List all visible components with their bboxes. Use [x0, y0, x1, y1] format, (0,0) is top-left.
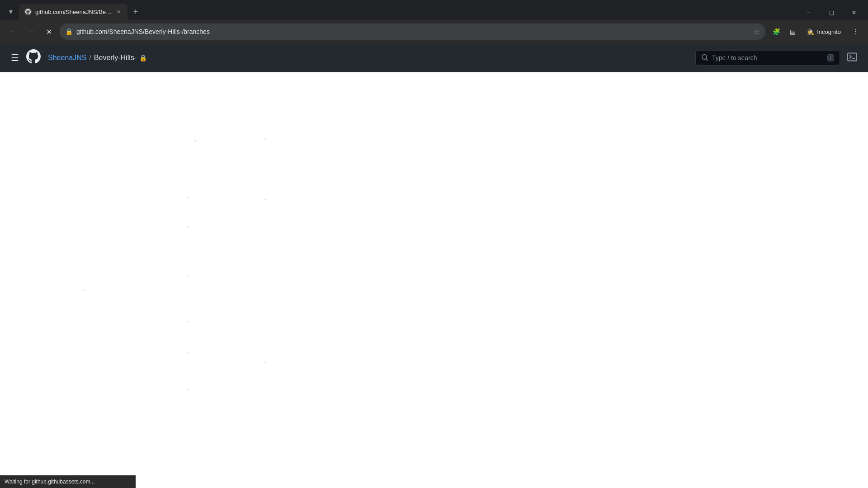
tab-favicon: [24, 8, 32, 15]
sidebar-icon: ▤: [790, 28, 796, 35]
status-bar: Waiting for github.githubassets.com...: [0, 475, 136, 488]
address-bar[interactable]: 🔒 github.com/SheenaJNS/Beverly-Hills-/br…: [60, 23, 765, 40]
search-placeholder: Type / to search: [712, 54, 824, 61]
address-lock-icon: 🔒: [65, 28, 73, 35]
back-icon: ←: [9, 28, 16, 36]
skeleton-dot: [188, 276, 189, 277]
back-btn[interactable]: ←: [5, 24, 20, 39]
hamburger-icon: ☰: [11, 52, 19, 63]
extensions-btn[interactable]: 🧩: [769, 24, 783, 39]
incognito-icon: 🕵: [807, 28, 814, 35]
new-tab-btn[interactable]: +: [129, 5, 142, 18]
skeleton-dot: [264, 138, 266, 140]
nav-actions: 🧩 ▤ 🕵 Incognito ⋮: [769, 24, 863, 39]
breadcrumb-repo: Beverly-Hills- 🔒: [94, 54, 147, 62]
tab-bar: ▼ github.com/SheenaJNS/Beverl ✕ + ─ ▢ ✕: [0, 0, 868, 20]
kbd-slash: /: [827, 54, 834, 61]
github-logo[interactable]: [26, 49, 41, 67]
forward-icon: →: [27, 28, 34, 36]
tab-arrow-icon: ▼: [8, 8, 14, 15]
tab-title: github.com/SheenaJNS/Beverl: [35, 9, 112, 15]
breadcrumb-separator: /: [89, 54, 91, 62]
skeleton-dot: [264, 199, 266, 201]
close-btn[interactable]: ✕: [844, 5, 864, 20]
extensions-icon: 🧩: [773, 28, 780, 35]
github-header: ☰ SheenaJNS / Beverly-Hills- 🔒 Type / to…: [0, 43, 868, 72]
skeleton-dot: [194, 140, 196, 142]
sidebar-btn[interactable]: ▤: [785, 24, 800, 39]
tab-bar-left: ▼ github.com/SheenaJNS/Beverl ✕ +: [0, 4, 142, 20]
tab-close-btn[interactable]: ✕: [115, 8, 122, 15]
tab-arrow-btn[interactable]: ▼: [5, 5, 17, 18]
address-url: github.com/SheenaJNS/Beverly-Hills-/bran…: [76, 28, 750, 35]
skeleton-dot: [188, 197, 189, 198]
minimize-btn[interactable]: ─: [798, 5, 819, 20]
skeleton-dot: [188, 352, 189, 354]
nav-bar: ← → ✕ 🔒 github.com/SheenaJNS/Beverly-Hil…: [0, 20, 868, 43]
forward-btn[interactable]: →: [24, 24, 38, 39]
maximize-btn[interactable]: ▢: [821, 5, 842, 20]
browser-menu-icon: ⋮: [852, 28, 859, 35]
search-kbd-hint: /: [827, 54, 834, 61]
incognito-label: Incognito: [817, 28, 841, 35]
skeleton-dot: [188, 226, 189, 228]
breadcrumb: SheenaJNS / Beverly-Hills- 🔒: [48, 54, 147, 62]
search-icon: [701, 54, 708, 62]
terminal-btn[interactable]: [847, 52, 857, 64]
repo-lock-icon: 🔒: [139, 54, 147, 61]
skeleton-dot: [84, 289, 85, 291]
reload-icon: ✕: [46, 28, 52, 36]
status-text: Waiting for github.githubassets.com...: [5, 479, 95, 485]
browser-menu-btn[interactable]: ⋮: [848, 24, 863, 39]
reload-btn[interactable]: ✕: [42, 24, 56, 39]
breadcrumb-repo-name: Beverly-Hills-: [94, 54, 137, 62]
bookmark-star-icon[interactable]: ☆: [754, 28, 760, 36]
skeleton-dot: [264, 361, 266, 363]
github-search[interactable]: Type / to search /: [695, 50, 840, 66]
main-content: [0, 72, 868, 475]
browser-chrome: ▼ github.com/SheenaJNS/Beverl ✕ + ─ ▢ ✕ …: [0, 0, 868, 43]
hamburger-btn[interactable]: ☰: [11, 52, 19, 63]
active-tab[interactable]: github.com/SheenaJNS/Beverl ✕: [19, 4, 127, 20]
skeleton-dot: [188, 321, 189, 323]
incognito-btn[interactable]: 🕵 Incognito: [802, 27, 846, 37]
breadcrumb-user-link[interactable]: SheenaJNS: [48, 54, 86, 62]
skeleton-dot: [188, 389, 189, 390]
